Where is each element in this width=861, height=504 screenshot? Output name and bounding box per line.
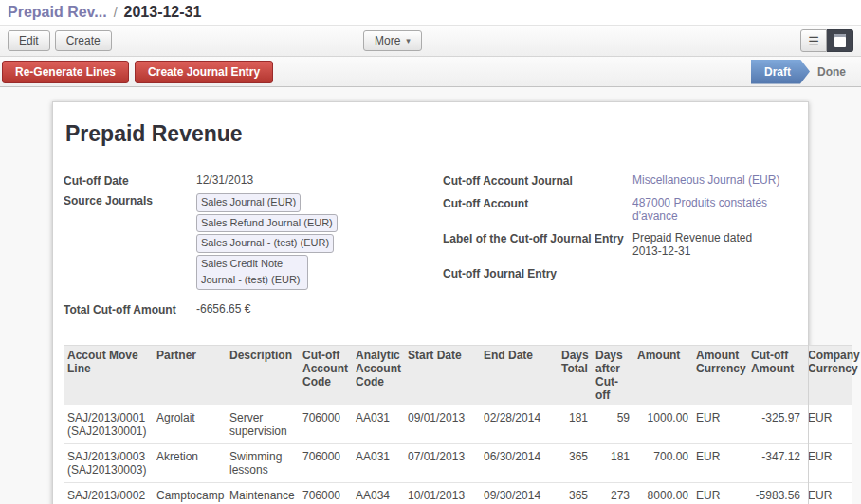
cell-amount: 8000.00 [633, 482, 692, 504]
cell-account-code: 706000 [299, 405, 352, 443]
cutoff-lines-table: Accout Move Line Partner Description Cut… [64, 345, 852, 504]
cell-partner: Camptocamp [153, 482, 226, 504]
field-group-right: Cut-off Account Journal Miscellaneous Jo… [443, 173, 797, 322]
form-icon [834, 34, 846, 47]
cell-days-after: 181 [592, 443, 633, 482]
cutoff-account-journal-link[interactable]: Miscellaneous Journal (EUR) [632, 173, 777, 187]
cell-cutoff-amount: -5983.56 [747, 482, 804, 504]
page-title: Prepaid Revenue [65, 121, 797, 147]
breadcrumb-separator: / [114, 5, 118, 20]
table-row[interactable]: SAJ/2013/0002 (SAJ20130002) Camptocamp M… [64, 482, 852, 504]
cell-cutoff-amount: -325.97 [747, 405, 804, 443]
create-button[interactable]: Create [55, 30, 112, 51]
cell-amount: 1000.00 [633, 405, 692, 443]
cell-amount-currency: EUR [692, 482, 747, 504]
cutoff-lines-section: Accout Move Line Partner Description Cut… [64, 345, 797, 504]
cell-days-after: 59 [592, 405, 633, 443]
cell-days-total: 181 [558, 405, 592, 443]
cell-move-line: SAJ/2013/0001 (SAJ20130001) [64, 405, 153, 443]
cell-description: Server supervision [226, 405, 299, 443]
column-header: Company Currency [804, 345, 852, 405]
toolbar: Edit Create More ▾ ☰ [0, 25, 861, 57]
total-cutoff-amount-value: -6656.65 € [196, 302, 250, 315]
statusbar: Draft Done [751, 57, 859, 86]
cell-amount-currency: EUR [692, 443, 747, 482]
column-header: Cut-off Account Code [299, 345, 352, 405]
journal-tag: Sales Credit Note Journal - (test) (EUR) [196, 255, 308, 290]
field-journal-entry-label: Label of the Cut-off Journal Entry Prepa… [443, 231, 797, 258]
column-header: Days after Cut-off [592, 345, 633, 405]
journal-entry-label-value: Prepaid Revenue dated 2013-12-31 [632, 231, 777, 258]
cell-end-date: 06/30/2014 [480, 443, 558, 482]
chevron-down-icon: ▾ [406, 36, 411, 45]
cell-partner: Agrolait [153, 405, 226, 443]
cell-start-date: 07/01/2013 [404, 443, 480, 482]
more-button[interactable]: More ▾ [363, 30, 422, 51]
table-row[interactable]: SAJ/2013/0003 (SAJ20130003) Akretion Swi… [64, 443, 852, 482]
list-view-button[interactable]: ☰ [800, 29, 827, 52]
column-header: Amount Currency [692, 345, 747, 405]
create-journal-entry-button[interactable]: Create Journal Entry [135, 61, 273, 83]
journal-tag: Sales Journal - (test) (EUR) [196, 234, 334, 253]
content-area: Prepaid Revenue Cut-off Date 12/31/2013 … [0, 87, 861, 504]
cell-end-date: 02/28/2014 [480, 405, 558, 443]
cell-start-date: 10/01/2013 [404, 482, 480, 504]
cell-description: Swimming lessons [226, 443, 299, 482]
list-icon: ☰ [808, 35, 819, 47]
cell-analytic-code: AA031 [352, 443, 404, 482]
column-header: End Date [480, 345, 558, 405]
source-journals-tags: Sales Journal (EUR) Sales Refund Journal… [196, 193, 441, 292]
column-header: Analytic Account Code [352, 345, 404, 405]
field-cutoff-account: Cut-off Account 487000 Produits constaté… [443, 196, 797, 223]
cell-account-code: 706000 [299, 443, 352, 482]
breadcrumb-parent-link[interactable]: Prepaid Rev... [8, 4, 107, 21]
journal-tag: Sales Journal (EUR) [196, 193, 301, 212]
journal-entry-label-label: Label of the Cut-off Journal Entry [443, 231, 632, 245]
cell-move-line: SAJ/2013/0002 (SAJ20130002) [64, 482, 153, 504]
cutoff-account-link[interactable]: 487000 Produits constatés d'avance [632, 196, 777, 223]
column-header: Amount [633, 345, 692, 405]
table-row[interactable]: SAJ/2013/0001 (SAJ20130001) Agrolait Ser… [64, 405, 852, 443]
view-switcher: ☰ [800, 29, 853, 52]
more-button-label: More [375, 34, 400, 47]
total-cutoff-amount-label: Total Cut-off Amount [64, 302, 196, 316]
cell-account-code: 706000 [299, 482, 352, 504]
column-header: Start Date [404, 345, 480, 405]
breadcrumb-current: 2013-12-31 [124, 4, 202, 21]
status-done: Done [810, 65, 859, 79]
table-header-row: Accout Move Line Partner Description Cut… [64, 345, 852, 405]
column-header: Accout Move Line [64, 345, 153, 405]
cutoff-journal-entry-label: Cut-off Journal Entry [443, 266, 632, 280]
cutoff-date-value: 12/31/2013 [196, 173, 253, 187]
action-bar: Re-Generate Lines Create Journal Entry D… [0, 57, 861, 87]
cell-move-line: SAJ/2013/0003 (SAJ20130003) [64, 443, 153, 482]
cell-company-currency: EUR [804, 443, 852, 482]
cell-start-date: 09/01/2013 [404, 405, 480, 443]
cell-company-currency: EUR [804, 405, 852, 443]
form-view-button[interactable] [827, 29, 853, 52]
cell-days-after: 273 [592, 482, 633, 504]
cell-end-date: 09/30/2014 [480, 482, 558, 504]
journal-tag: Sales Refund Journal (EUR) [196, 214, 338, 233]
cell-description: Maintenance contract [226, 482, 299, 504]
field-group-left: Cut-off Date 12/31/2013 Source Journals … [64, 173, 443, 322]
cutoff-date-label: Cut-off Date [64, 173, 196, 188]
status-draft: Draft [751, 60, 810, 84]
field-cutoff-journal-entry: Cut-off Journal Entry [443, 266, 797, 280]
edit-button[interactable]: Edit [8, 30, 50, 51]
cutoff-account-label: Cut-off Account [443, 196, 632, 210]
cutoff-account-journal-label: Cut-off Account Journal [443, 173, 632, 188]
field-total-cutoff-amount: Total Cut-off Amount -6656.65 € [64, 302, 443, 316]
field-cutoff-account-journal: Cut-off Account Journal Miscellaneous Jo… [443, 173, 797, 188]
cell-amount: 700.00 [633, 443, 692, 482]
column-header: Partner [153, 345, 226, 405]
source-journals-label: Source Journals [64, 193, 196, 207]
cell-analytic-code: AA031 [352, 405, 404, 443]
cell-cutoff-amount: -347.12 [747, 443, 804, 482]
field-groups: Cut-off Date 12/31/2013 Source Journals … [64, 173, 797, 322]
column-header: Cut-off Amount [747, 345, 804, 405]
regenerate-lines-button[interactable]: Re-Generate Lines [2, 61, 129, 83]
cell-partner: Akretion [153, 443, 226, 482]
cell-analytic-code: AA034 [352, 482, 404, 504]
field-cutoff-date: Cut-off Date 12/31/2013 [64, 173, 443, 188]
